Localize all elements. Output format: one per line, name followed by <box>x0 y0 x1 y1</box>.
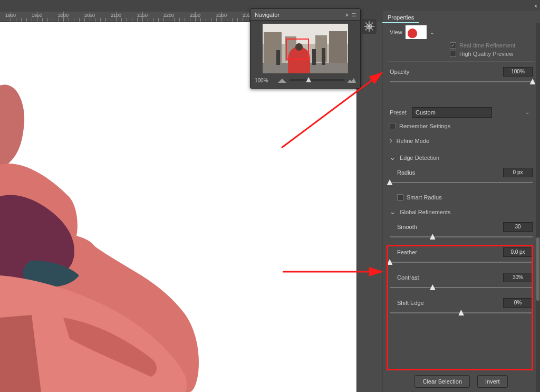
view-label: View <box>390 29 402 35</box>
collapse-panel-icon[interactable]: ›› <box>345 9 348 21</box>
chevron-right-icon <box>390 137 392 145</box>
smooth-label: Smooth <box>397 224 417 230</box>
hq-preview-label: High Quality Preview <box>459 51 513 57</box>
realtime-refinement-label: Real-time Refinement <box>459 42 515 49</box>
remember-settings-row[interactable]: Remember Settings <box>382 120 540 132</box>
remember-settings-checkbox[interactable] <box>390 123 396 129</box>
chevron-down-icon: ⌄ <box>525 109 529 115</box>
chevron-down-icon <box>390 154 396 161</box>
realtime-refinement-checkbox <box>450 42 456 49</box>
view-mode-thumb[interactable] <box>406 25 427 39</box>
feather-label: Feather <box>397 249 417 255</box>
collapse-icon[interactable]: ‹‹ <box>535 2 536 9</box>
radius-slider[interactable] <box>390 179 533 186</box>
global-refinements-header[interactable]: Global Refinements <box>382 204 540 220</box>
smart-radius-row[interactable]: Smart Radius <box>382 191 540 204</box>
edge-detection-label: Edge Detection <box>400 155 439 161</box>
invert-button[interactable]: Invert <box>477 375 508 388</box>
smart-radius-checkbox[interactable] <box>397 194 403 200</box>
radius-label: Radius <box>397 169 415 176</box>
preset-select[interactable] <box>412 107 492 118</box>
feather-slider[interactable] <box>390 259 533 265</box>
opacity-input[interactable] <box>503 67 533 77</box>
contrast-input[interactable] <box>503 273 533 282</box>
refine-mode-header[interactable]: Refine Mode <box>382 132 540 149</box>
svg-rect-10 <box>329 31 347 65</box>
feather-input[interactable] <box>503 247 533 257</box>
chevron-down-icon <box>390 208 396 216</box>
navigator-viewport-box[interactable] <box>286 39 309 60</box>
clear-selection-button[interactable]: Clear Selection <box>414 375 470 388</box>
zoom-out-icon[interactable] <box>278 78 286 83</box>
svg-rect-15 <box>312 49 316 65</box>
navigator-zoom-value[interactable]: 100% <box>255 78 275 83</box>
navigator-panel[interactable]: Navigator ›› ≡ 100% <box>250 8 361 89</box>
svg-rect-16 <box>322 48 325 65</box>
properties-panel: Properties View ⌄ Real-time Refinement H… <box>382 11 540 392</box>
panel-menu-icon[interactable]: ≡ <box>352 9 356 21</box>
ship-wheel-icon[interactable] <box>362 19 377 34</box>
zoom-in-icon[interactable] <box>348 78 356 83</box>
shift-edge-slider[interactable] <box>390 310 533 316</box>
navigator-thumbnail[interactable] <box>263 24 348 73</box>
opacity-slider[interactable] <box>390 79 533 85</box>
smart-radius-label: Smart Radius <box>407 194 442 200</box>
properties-tabbar: Properties <box>382 11 540 23</box>
global-refinements-label: Global Refinements <box>400 209 451 215</box>
refine-mode-label: Refine Mode <box>397 138 429 144</box>
navigator-tabbar: Navigator ›› ≡ <box>250 9 360 21</box>
navigator-zoom-row: 100% <box>250 74 360 86</box>
opacity-label: Opacity <box>390 69 409 75</box>
tab-properties[interactable]: Properties <box>382 12 419 23</box>
svg-rect-17 <box>276 50 280 65</box>
hq-preview-row[interactable]: High Quality Preview <box>382 50 540 58</box>
contrast-label: Contrast <box>397 274 419 281</box>
navigator-zoom-slider[interactable] <box>290 79 344 81</box>
smooth-input[interactable] <box>503 222 533 232</box>
slider-handle[interactable] <box>306 77 311 82</box>
properties-scrollbar[interactable] <box>536 23 540 392</box>
scrollbar-thumb[interactable] <box>536 237 539 301</box>
remember-settings-label: Remember Settings <box>399 123 450 129</box>
shift-edge-input[interactable] <box>503 298 533 308</box>
svg-marker-19 <box>348 78 356 83</box>
smooth-slider[interactable] <box>390 234 533 240</box>
preset-label: Preset <box>390 109 409 116</box>
radius-input[interactable] <box>503 168 533 177</box>
contrast-slider[interactable] <box>390 284 533 291</box>
shift-edge-label: Shift Edge <box>397 300 424 306</box>
navigator-title: Navigator <box>255 9 279 21</box>
chevron-down-icon[interactable]: ⌄ <box>430 29 435 36</box>
hq-preview-checkbox[interactable] <box>450 51 456 57</box>
edge-detection-header[interactable]: Edge Detection <box>382 149 540 166</box>
realtime-refinement-row: Real-time Refinement <box>382 41 540 50</box>
svg-marker-18 <box>278 79 286 83</box>
